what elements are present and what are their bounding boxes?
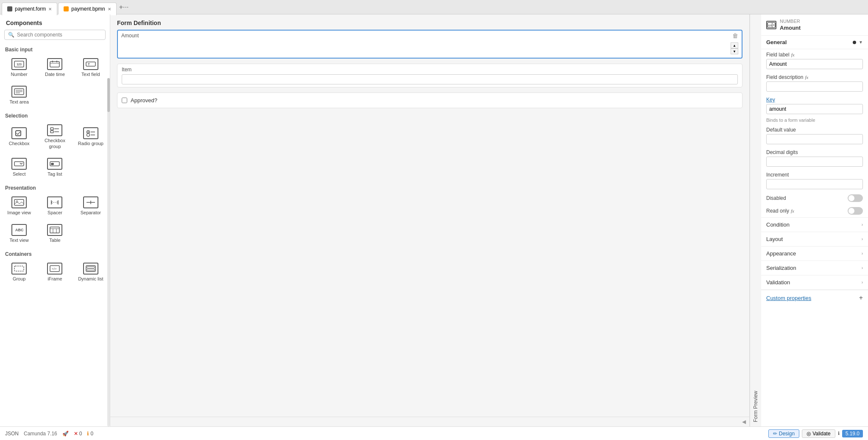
custom-properties-add[interactable]: + [859, 294, 863, 302]
amount-spin-down[interactable]: ▼ [731, 48, 738, 54]
search-input[interactable] [17, 32, 102, 38]
tab-payment-form[interactable]: payment.form ✕ [2, 3, 57, 15]
general-header-controls: ▼ [853, 40, 863, 45]
table-icon [47, 224, 62, 236]
design-button[interactable]: ✏ Design [768, 429, 799, 438]
amount-delete-button[interactable]: 🗑 [732, 32, 738, 39]
field-desc-fx: fx [805, 75, 808, 80]
spacer-icon [47, 196, 62, 208]
amount-number-input[interactable] [121, 42, 731, 54]
main-layout: Components 🔍 Basic input 123 Number [0, 14, 868, 426]
form-canvas: Amount 🗑 ▲ ▼ Item Approved? [110, 30, 749, 417]
increment-input[interactable] [766, 179, 863, 189]
design-label: Design [779, 431, 795, 437]
disabled-toggle[interactable] [848, 194, 863, 202]
serialization-chevron: › [862, 266, 863, 270]
component-taglist[interactable]: Tag list [37, 154, 72, 181]
component-checkboxgroup[interactable]: Checkbox group [37, 121, 72, 153]
bottom-bar: JSON Camunda 7.16 🚀 ✕ 0 ℹ 0 ✏ Design ◎ V… [0, 426, 868, 440]
form-preview-label: Form Preview [753, 391, 759, 422]
decimal-digits-input[interactable] [766, 157, 863, 167]
accordion-layout: Layout › [761, 232, 868, 247]
svg-text:T: T [88, 62, 90, 66]
tab-more-button[interactable]: ··· [123, 3, 128, 11]
accordion-serialization-header[interactable]: Serialization › [761, 261, 868, 275]
form-field-amount[interactable]: Amount 🗑 ▲ ▼ [117, 30, 742, 59]
default-value-input[interactable] [766, 134, 863, 144]
warning-count: 0 [90, 431, 93, 437]
component-textarea[interactable]: Text area [2, 82, 36, 109]
component-radiogroup[interactable]: Radio group [73, 121, 108, 153]
component-textfield[interactable]: T Text field [73, 54, 108, 81]
general-title: General [766, 39, 787, 45]
rocket-icon: 🚀 [62, 431, 69, 437]
component-dynamiclist[interactable]: Dynamic list [73, 259, 108, 286]
field-label-input[interactable] [766, 59, 863, 69]
tab-add-button[interactable]: + [119, 3, 123, 11]
form-field-amount-header: Amount 🗑 [118, 31, 742, 41]
form-preview-tab[interactable]: Form Preview [750, 14, 761, 426]
dynamiclist-label: Dynamic list [78, 276, 103, 282]
accordion-appearance-header[interactable]: Appearance › [761, 247, 868, 261]
custom-properties-section[interactable]: Custom properties + [761, 290, 868, 305]
default-value-label: Default value [766, 127, 863, 133]
component-group[interactable]: Group [2, 259, 36, 286]
imageview-label: Image view [7, 210, 31, 216]
component-separator[interactable]: Separator [73, 193, 108, 219]
search-icon: 🔍 [8, 32, 14, 38]
checkbox-label: Checkbox [9, 141, 30, 146]
condition-title: Condition [766, 221, 790, 228]
component-textview[interactable]: ABC Text view [2, 220, 36, 247]
component-iframe[interactable]: </> iFrame [37, 259, 72, 286]
tab-form-label: payment.form [15, 6, 46, 12]
general-section-header[interactable]: General ▼ [761, 36, 868, 49]
spacer-label: Spacer [47, 210, 62, 216]
section-containers: Containers [2, 249, 108, 259]
prop-field-label: Field label fx [761, 49, 868, 72]
accordion-validation-header[interactable]: Validation › [761, 275, 868, 289]
sidebar-scrollbar-thumb[interactable] [107, 78, 110, 112]
component-spacer[interactable]: Spacer [37, 193, 72, 219]
bottom-right-buttons: ✏ Design ◎ Validate ℹ 5.19.0 [768, 429, 863, 438]
prop-field-default: Default value [761, 124, 868, 147]
tab-bpmn-close[interactable]: ✕ [108, 7, 111, 11]
json-label[interactable]: JSON [5, 431, 19, 437]
component-number[interactable]: 123 Number [2, 54, 36, 81]
accordion-serialization: Serialization › [761, 261, 868, 275]
field-desc-label: Field description fx [766, 74, 863, 80]
approved-checkbox-input[interactable] [122, 98, 127, 103]
form-field-approved[interactable]: Approved? [117, 92, 742, 108]
key-input[interactable] [766, 104, 863, 114]
appearance-title: Appearance [766, 250, 796, 257]
checkboxgroup-label: Checkbox group [39, 138, 70, 149]
component-table[interactable]: Table [37, 220, 72, 247]
tab-form-close[interactable]: ✕ [48, 7, 52, 11]
readonly-toggle[interactable] [848, 207, 863, 215]
collapse-icon[interactable]: ◀ [742, 419, 746, 425]
item-text-input[interactable] [122, 74, 738, 84]
checkboxgroup-icon [47, 124, 62, 136]
tab-payment-bpmn[interactable]: payment.bpmn ✕ [58, 3, 116, 15]
prop-header: 123 NUMBER Amount [761, 14, 868, 36]
key-label[interactable]: Key [766, 97, 863, 103]
component-imageview[interactable]: Image view [2, 193, 36, 219]
accordion-layout-header[interactable]: Layout › [761, 232, 868, 246]
group-icon [11, 263, 27, 275]
accordion-condition-header[interactable]: Condition › [761, 218, 868, 232]
component-select[interactable]: Select [2, 154, 36, 181]
svg-rect-12 [16, 131, 21, 136]
separator-icon [83, 196, 98, 208]
amount-spin-up[interactable]: ▲ [731, 42, 738, 48]
svg-rect-37 [14, 266, 24, 271]
svg-rect-41 [87, 266, 95, 268]
validate-button[interactable]: ◎ Validate [802, 429, 835, 438]
form-field-item[interactable]: Item [117, 64, 742, 87]
svg-point-19 [87, 133, 89, 136]
textarea-label: Text area [10, 99, 29, 105]
component-checkbox[interactable]: Checkbox [2, 121, 36, 153]
textview-icon: ABC [11, 224, 27, 236]
field-description-input[interactable] [766, 81, 863, 92]
design-icon: ✏ [773, 431, 777, 437]
component-datetime[interactable]: Date time [37, 54, 72, 81]
datetime-icon [47, 58, 62, 70]
